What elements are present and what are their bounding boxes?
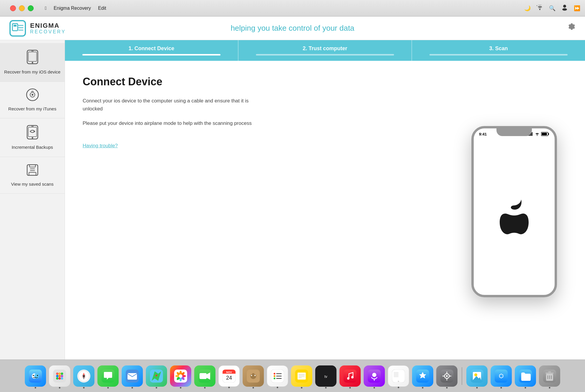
traffic-lights — [10, 5, 34, 11]
sidebar-item-saved-scans[interactable]: View my saved scans — [0, 157, 65, 194]
svg-point-48 — [83, 375, 84, 377]
dock-item-launchpad[interactable] — [49, 365, 70, 387]
svg-point-38 — [58, 375, 61, 377]
dock-item-news[interactable]: N — [388, 365, 409, 387]
svg-rect-26 — [548, 133, 549, 135]
svg-point-41 — [58, 377, 61, 380]
svg-rect-13 — [28, 127, 37, 137]
svg-rect-4 — [14, 25, 17, 27]
svg-point-76 — [251, 375, 252, 376]
step-3[interactable]: 3. Scan — [412, 40, 585, 61]
fast-forward-icon[interactable]: ⏩ — [574, 5, 580, 12]
dock-item-music[interactable] — [339, 365, 361, 387]
svg-point-11 — [32, 94, 33, 96]
dock-item-podcasts[interactable] — [364, 365, 385, 387]
dock-item-messages[interactable] — [97, 365, 119, 387]
svg-point-1 — [562, 8, 567, 11]
edit-menu[interactable]: Edit — [98, 6, 106, 11]
syspreferences-icon — [440, 370, 453, 383]
user-icon[interactable] — [561, 4, 568, 12]
bear-icon — [247, 370, 260, 383]
titlebar-right: 🌙 🔍 ⏩ — [524, 4, 580, 12]
dock-item-finder[interactable] — [25, 365, 46, 387]
svg-point-96 — [372, 373, 376, 377]
step-1-label: 1. Connect Device — [128, 45, 174, 52]
step-bar: 1. Connect Device 2. Trust computer 3. S… — [65, 40, 585, 61]
close-button[interactable] — [10, 5, 16, 11]
svg-point-93 — [347, 377, 349, 380]
calendar-icon: NOV 24 — [223, 370, 236, 383]
svg-rect-27 — [542, 133, 547, 135]
minimize-button[interactable] — [19, 5, 25, 11]
dock-item-bear[interactable] — [243, 365, 264, 387]
sidebar-incremental-label: Incremental Backups — [12, 144, 53, 150]
dock-item-apple-tv[interactable]: tv — [315, 365, 336, 387]
svg-point-79 — [274, 373, 275, 375]
itunes-icon — [26, 88, 39, 103]
battery-status-icon — [541, 132, 549, 136]
finder-icon — [29, 370, 42, 383]
dock-item-preview[interactable] — [466, 365, 488, 387]
dock-item-files[interactable] — [515, 365, 536, 387]
logo-recovery: RECOVERY — [30, 29, 66, 35]
phone-notch — [496, 128, 532, 136]
step-1[interactable]: 1. Connect Device — [65, 40, 238, 61]
svg-rect-8 — [31, 51, 34, 51]
maximize-button[interactable] — [28, 5, 34, 11]
dock-item-xcode[interactable]: ⬡ — [491, 365, 512, 387]
dock-item-trash[interactable] — [539, 365, 560, 387]
apple-logo-svg — [499, 200, 529, 235]
dock-item-calendar[interactable]: NOV 24 — [218, 365, 240, 387]
xcode-icon: ⬡ — [495, 370, 508, 383]
app-header: ENIGMA RECOVERY helping you take control… — [0, 17, 585, 40]
connect-device-title: Connect Device — [83, 76, 260, 88]
apple-logo:  — [45, 6, 47, 11]
sidebar-item-ios-device[interactable]: Recover from my iOS device — [0, 43, 65, 82]
photos-icon — [174, 370, 187, 383]
svg-point-63 — [179, 374, 182, 378]
svg-point-0 — [563, 5, 566, 8]
sidebar-item-itunes[interactable]: Recover from my iTunes — [0, 82, 65, 119]
logo-text: ENIGMA RECOVERY — [30, 22, 66, 35]
connect-desc-2: Please put your device into airplane mod… — [83, 119, 260, 127]
having-trouble-link[interactable]: Having trouble? — [83, 143, 118, 149]
saved-scans-icon — [26, 164, 39, 178]
dock-item-syspreferences[interactable] — [436, 365, 457, 387]
sidebar-item-incremental[interactable]: Incremental Backups — [0, 118, 65, 157]
step-2[interactable]: 2. Trust computer — [238, 40, 411, 61]
app-name-menu[interactable]: Enigma Recovery — [54, 6, 91, 11]
dock-item-maps[interactable] — [146, 365, 167, 387]
safari-icon — [77, 370, 90, 383]
svg-point-7 — [32, 62, 33, 63]
step-2-label: 2. Trust computer — [303, 45, 347, 52]
maps-icon — [150, 370, 163, 383]
svg-text:24: 24 — [226, 375, 232, 381]
logo-enigma: ENIGMA — [30, 22, 66, 29]
appstore-icon — [416, 370, 429, 383]
svg-point-75 — [254, 372, 257, 375]
dock-item-mail[interactable] — [122, 365, 143, 387]
dock-item-facetime[interactable] — [194, 365, 215, 387]
svg-point-53 — [156, 375, 157, 376]
svg-point-94 — [351, 376, 354, 378]
dock-item-reminders[interactable] — [267, 365, 288, 387]
search-icon[interactable]: 🔍 — [549, 5, 555, 12]
svg-point-77 — [254, 375, 256, 376]
sidebar-saved-scans-label: View my saved scans — [11, 181, 54, 187]
settings-button[interactable] — [567, 23, 576, 34]
svg-rect-6 — [28, 52, 37, 61]
dock-item-notes[interactable] — [291, 365, 312, 387]
svg-rect-24 — [532, 132, 532, 136]
phone-illustration: 9:41 — [467, 67, 561, 357]
news-icon: N — [392, 370, 405, 383]
dock-item-appstore[interactable] — [412, 365, 433, 387]
app-window: ENIGMA RECOVERY helping you take control… — [0, 17, 585, 360]
dock-item-photos[interactable] — [170, 365, 191, 387]
dock-item-safari[interactable] — [73, 365, 94, 387]
svg-point-42 — [61, 377, 63, 380]
svg-rect-15 — [31, 126, 34, 127]
moon-icon: 🌙 — [524, 5, 531, 12]
apple-tv-icon: tv — [319, 370, 332, 383]
app-logo: ENIGMA RECOVERY — [9, 19, 66, 37]
step-3-progress — [429, 54, 568, 55]
